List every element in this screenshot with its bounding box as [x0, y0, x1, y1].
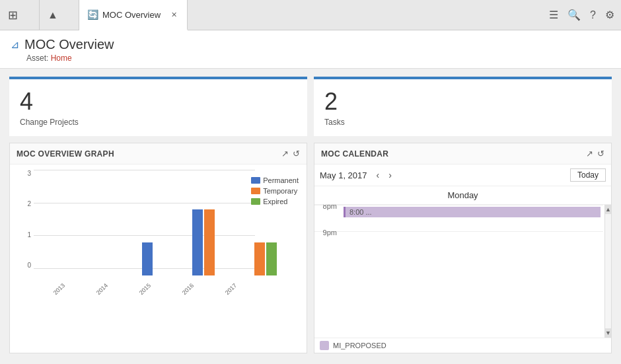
- change-projects-number: 4: [20, 89, 297, 115]
- tab-spacer: [188, 0, 542, 30]
- graph-panel-header: MOC OVERVIEW GRAPH ↗ ↺: [10, 143, 307, 164]
- asset-label: Asset:: [26, 54, 48, 63]
- legend-item-expired: Expired: [251, 198, 299, 205]
- chart-container: 0 1 2 3: [15, 170, 301, 347]
- main-content: 4 Change Projects 2 Tasks MOC OVERVIEW G…: [0, 69, 621, 361]
- bar-2016-perm: [192, 209, 203, 275]
- change-projects-label: Change Projects: [20, 118, 297, 127]
- asset-link[interactable]: Home: [51, 54, 72, 63]
- tab-bar: ⊞ ▲ 🔄 MOC Overview ✕ ☰ 🔍 ? ⚙: [0, 0, 621, 30]
- filter-icon: ⊿: [11, 38, 19, 51]
- legend-color-permanent: [251, 177, 260, 184]
- document-icon[interactable]: ☰: [549, 9, 558, 21]
- graph-refresh-icon[interactable]: ↺: [293, 149, 300, 159]
- calendar-panel-header: MOC CALENDAR ↗ ↺: [314, 143, 611, 164]
- tab-close-button[interactable]: ✕: [168, 9, 179, 20]
- calendar-prev-button[interactable]: ‹: [374, 169, 383, 181]
- search-icon[interactable]: 🔍: [567, 9, 581, 21]
- tasks-number: 2: [324, 89, 601, 115]
- calendar-date-label: May 1, 2017: [320, 170, 367, 180]
- calendar-panel-title: MOC CALENDAR: [321, 149, 388, 159]
- calendar-day-header: Monday: [314, 186, 611, 205]
- cal-legend-label: MI_PROPOSED: [333, 342, 386, 349]
- bar-2017-temp: [254, 242, 265, 275]
- legend-label-permanent: Permanent: [263, 176, 299, 184]
- cal-time-row-8pm: 8pm 8:00 ...: [314, 205, 603, 231]
- legend-label-expired: Expired: [263, 198, 287, 205]
- stat-row: 4 Change Projects 2 Tasks: [9, 77, 612, 136]
- bars-2017: [242, 242, 277, 275]
- calendar-panel-icons: ↗ ↺: [586, 149, 604, 159]
- graph-panel-title: MOC OVERVIEW GRAPH: [17, 149, 114, 159]
- cal-scroll-track: [605, 214, 611, 328]
- graph-expand-icon[interactable]: ↗: [281, 149, 289, 159]
- calendar-legend: MI_PROPOSED: [314, 338, 611, 353]
- tab-grid[interactable]: ⊞: [0, 0, 40, 30]
- tab-pyramid[interactable]: ▲: [40, 0, 79, 30]
- legend-item-permanent: Permanent: [251, 176, 299, 184]
- cal-scrollbar: ▲ ▼: [604, 205, 611, 338]
- stat-card-tasks: 2 Tasks: [314, 77, 612, 136]
- cal-time-area: 8pm 8:00 ... 9pm: [314, 205, 611, 338]
- legend-color-temporary: [251, 188, 260, 194]
- calendar-refresh-icon[interactable]: ↺: [597, 149, 604, 159]
- today-button[interactable]: Today: [570, 168, 606, 182]
- asset-row: Asset: Home: [26, 54, 610, 63]
- calendar-nav-row: May 1, 2017 ‹ › Today: [314, 164, 611, 186]
- calendar-panel: MOC CALENDAR ↗ ↺ May 1, 2017 ‹ › Today M…: [314, 143, 612, 353]
- pyramid-icon: ▲: [48, 9, 58, 21]
- tab-moc-overview[interactable]: 🔄 MOC Overview ✕: [79, 0, 188, 30]
- cal-event-8pm[interactable]: 8:00 ...: [344, 207, 601, 217]
- stat-card-change-projects: 4 Change Projects: [9, 77, 307, 136]
- graph-panel-body: 0 1 2 3: [10, 164, 307, 353]
- cal-scroll-down-button[interactable]: ▼: [605, 328, 611, 338]
- legend-label-temporary: Temporary: [263, 187, 297, 195]
- bar-2017-exp: [266, 242, 277, 275]
- page-header: ⊿ MOC Overview Asset: Home: [0, 30, 621, 69]
- settings-icon[interactable]: ⚙: [605, 9, 614, 21]
- cal-time-9pm: 9pm: [314, 227, 341, 238]
- cal-legend-color: [320, 341, 329, 350]
- help-icon[interactable]: ?: [590, 9, 596, 21]
- bars-2015: [142, 242, 176, 275]
- panel-row: MOC OVERVIEW GRAPH ↗ ↺ 0 1 2 3: [9, 143, 612, 353]
- grid-icon: ⊞: [8, 8, 18, 22]
- cal-time-8pm: 8pm: [314, 205, 341, 211]
- calendar-next-button[interactable]: ›: [386, 169, 394, 181]
- bar-2015-perm: [142, 242, 153, 275]
- graph-panel: MOC OVERVIEW GRAPH ↗ ↺ 0 1 2 3: [9, 143, 307, 353]
- cal-time-row-9pm: 9pm: [314, 231, 603, 258]
- cal-event-area-8pm: 8:00 ...: [341, 205, 603, 219]
- cal-event-area-9pm: [341, 232, 603, 235]
- tab-actions: ☰ 🔍 ? ⚙: [542, 0, 621, 30]
- moc-tab-icon: 🔄: [87, 9, 98, 20]
- tasks-label: Tasks: [324, 118, 601, 127]
- calendar-expand-icon[interactable]: ↗: [586, 149, 593, 159]
- bars-2016: [192, 209, 227, 275]
- calendar-body: 8pm 8:00 ... 9pm ▲: [314, 205, 611, 338]
- cal-time-container: 8pm 8:00 ... 9pm ▲: [314, 205, 611, 338]
- legend-color-expired: [251, 198, 260, 205]
- chart-legend: Permanent Temporary Expired: [251, 176, 299, 205]
- bar-2016-temp: [204, 209, 215, 275]
- legend-item-temporary: Temporary: [251, 187, 299, 195]
- graph-panel-icons: ↗ ↺: [281, 149, 300, 159]
- moc-tab-label: MOC Overview: [102, 10, 161, 20]
- page-title: MOC Overview: [24, 37, 114, 52]
- cal-scroll-up-button[interactable]: ▲: [605, 205, 611, 214]
